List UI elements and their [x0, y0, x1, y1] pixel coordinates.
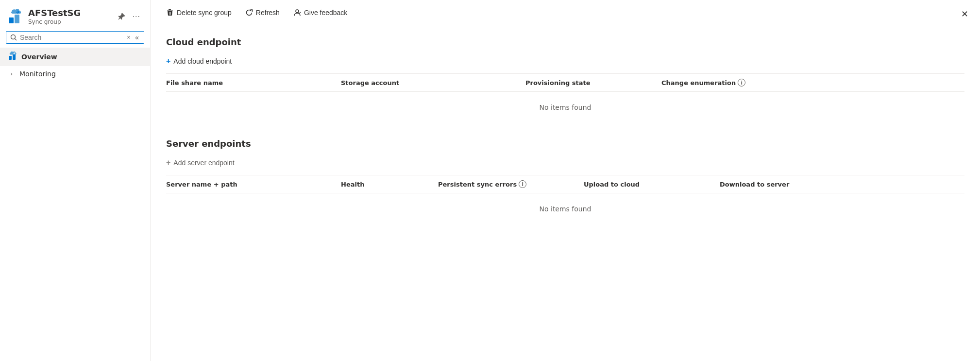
refresh-button[interactable]: Refresh [239, 6, 286, 19]
svg-line-3 [15, 38, 17, 40]
refresh-label: Refresh [256, 9, 280, 17]
server-endpoints-empty-message: No items found [166, 193, 964, 224]
col-header-file-share-name: File share name [166, 79, 341, 86]
cloud-endpoint-empty-message: No items found [166, 92, 964, 123]
cloud-endpoint-table-header: File share name Storage account Provisio… [166, 74, 964, 92]
col-header-persistent-sync-errors: Persistent sync errors i [438, 180, 584, 188]
pin-icon [118, 13, 126, 20]
more-button[interactable]: ··· [131, 11, 142, 22]
feedback-icon [293, 9, 301, 17]
sidebar-title-block: AFSTestSG Sync group [28, 8, 81, 25]
sync-group-icon [8, 9, 23, 24]
delete-sync-group-button[interactable]: Delete sync group [160, 6, 237, 19]
delete-icon [166, 9, 174, 17]
give-feedback-button[interactable]: Give feedback [287, 6, 354, 19]
persistent-sync-errors-info-icon: i [519, 180, 526, 188]
sidebar-item-label-monitoring: Monitoring [19, 70, 56, 78]
svg-rect-0 [9, 17, 14, 23]
col-header-change-enumeration: Change enumeration i [661, 79, 964, 86]
collapse-icon: « [135, 34, 139, 41]
close-button[interactable]: ✕ [959, 7, 970, 21]
add-cloud-endpoint-label: Add cloud endpoint [173, 57, 232, 65]
refresh-icon [245, 9, 253, 17]
sidebar-item-monitoring[interactable]: › Monitoring [0, 66, 150, 82]
server-endpoints-table-header: Server name + path Health Persistent syn… [166, 175, 964, 193]
chevron-right-icon: › [8, 70, 16, 77]
sidebar-app-title: AFSTestSG [28, 8, 81, 18]
col-header-upload-to-cloud: Upload to cloud [584, 181, 720, 188]
add-cloud-endpoint-button[interactable]: + Add cloud endpoint [166, 55, 232, 68]
more-icon: ··· [133, 12, 140, 21]
cloud-endpoint-section: Cloud endpoint + Add cloud endpoint File… [166, 37, 964, 123]
search-wrapper: × « [6, 31, 144, 44]
change-enumeration-info-icon: i [738, 79, 745, 86]
close-icon: ✕ [961, 9, 968, 19]
content-area: Cloud endpoint + Add cloud endpoint File… [151, 25, 980, 361]
search-input[interactable] [20, 34, 123, 41]
svg-rect-1 [15, 15, 19, 23]
svg-rect-4 [9, 56, 12, 60]
pin-button[interactable] [116, 12, 128, 21]
sidebar: AFSTestSG Sync group ··· × [0, 0, 151, 361]
col-header-storage-account: Storage account [341, 79, 525, 86]
svg-point-7 [296, 10, 299, 13]
sidebar-app-subtitle: Sync group [28, 18, 81, 25]
svg-point-2 [11, 34, 16, 39]
col-header-server-name-path: Server name + path [166, 181, 341, 188]
main-content: Delete sync group Refresh Give feedback … [151, 0, 980, 361]
search-container: × « [0, 29, 150, 48]
toolbar: Delete sync group Refresh Give feedback [151, 0, 980, 25]
cloud-endpoint-table: File share name Storage account Provisio… [166, 73, 964, 123]
cloud-endpoint-title: Cloud endpoint [166, 37, 964, 47]
col-header-provisioning-state: Provisioning state [525, 79, 661, 86]
server-endpoints-title: Server endpoints [166, 138, 964, 149]
col-header-health: Health [341, 181, 438, 188]
add-server-endpoint-button[interactable]: + Add server endpoint [166, 156, 235, 169]
sidebar-nav: Overview › Monitoring [0, 48, 150, 82]
add-server-endpoint-label: Add server endpoint [173, 159, 234, 167]
search-clear-button[interactable]: × [126, 34, 131, 41]
sidebar-header-actions: ··· [116, 11, 142, 22]
sidebar-item-label-overview: Overview [21, 53, 57, 61]
sidebar-header: AFSTestSG Sync group ··· [0, 0, 150, 29]
search-collapse-button[interactable]: « [134, 34, 140, 41]
server-endpoints-section: Server endpoints + Add server endpoint S… [166, 138, 964, 224]
sidebar-item-overview[interactable]: Overview [0, 48, 150, 66]
server-endpoints-table: Server name + path Health Persistent syn… [166, 175, 964, 224]
plus-icon-server: + [166, 158, 170, 167]
overview-icon [8, 52, 17, 62]
give-feedback-label: Give feedback [304, 9, 348, 17]
clear-icon: × [127, 34, 130, 41]
plus-icon-cloud: + [166, 57, 170, 66]
search-icon [10, 34, 17, 41]
col-header-download-to-server: Download to server [720, 181, 964, 188]
svg-rect-6 [167, 10, 173, 11]
delete-sync-group-label: Delete sync group [177, 9, 232, 17]
svg-rect-5 [13, 54, 16, 60]
